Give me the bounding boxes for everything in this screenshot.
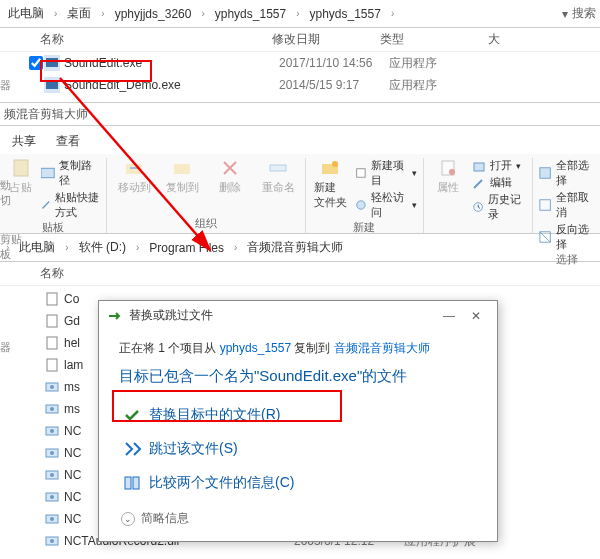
- chevron-right-icon: ›: [63, 242, 70, 253]
- rename-button: 重命名: [257, 158, 299, 216]
- chevron-right-icon: ›: [52, 8, 59, 19]
- ribbon-group-open: 属性 打开▾ 编辑 历史记录: [424, 158, 534, 233]
- bc-item[interactable]: 桌面: [63, 3, 95, 24]
- skip-option[interactable]: 跳过该文件(S): [119, 432, 477, 466]
- side-text: 勁切: [0, 178, 18, 208]
- bc-item[interactable]: 音频混音剪辑大师: [243, 237, 347, 258]
- newitem-icon: [355, 166, 367, 180]
- dll-icon: [44, 401, 60, 417]
- svg-rect-17: [540, 168, 550, 178]
- annotation-box: [40, 60, 152, 82]
- easyaccess-icon: [355, 198, 367, 212]
- copy-progress-text: 正在将 1 个项目从 yphyds_1557 复制到 音频混音剪辑大师: [119, 334, 477, 367]
- edit-button[interactable]: 编辑: [472, 175, 526, 190]
- new-small: 新建项目▾ 轻松访问▾: [355, 158, 417, 220]
- chevron-down-icon: ⌄: [121, 512, 135, 526]
- breadcrumb-top: 此电脑 › 桌面 › yphyjjds_3260 › yphyds_1557 ›…: [0, 0, 600, 28]
- file-icon: [44, 335, 60, 351]
- file-type: 应用程序: [389, 77, 437, 94]
- copy-path-button[interactable]: 复制路径: [41, 158, 100, 188]
- group-label: 贴板: [42, 220, 64, 237]
- paste-shortcut-button[interactable]: 粘贴快捷方式: [41, 190, 100, 220]
- chevron-right-icon: ›: [232, 242, 239, 253]
- selectall-icon: [539, 166, 551, 180]
- bc-item[interactable]: Program Files: [145, 239, 228, 257]
- select-all-button[interactable]: 全部选择: [539, 158, 594, 188]
- ribbon-group-select: 全部选择 全部取消 反向选择 选择: [533, 158, 600, 233]
- properties-button: 属性: [430, 158, 467, 233]
- svg-rect-40: [133, 477, 139, 489]
- copy-arrow-icon: [107, 308, 123, 324]
- chevron-right-icon: ›: [134, 242, 141, 253]
- bc-item[interactable]: yphyds_1557: [306, 5, 385, 23]
- ribbon-group-organize: 移动到 复制到 删除 重命名 组织: [107, 158, 306, 233]
- src-link[interactable]: yphyds_1557: [220, 341, 291, 355]
- file-icon: [44, 313, 60, 329]
- move-to-button: 移动到: [113, 158, 155, 216]
- ribbon-tabs: 共享 查看: [0, 126, 600, 154]
- select-small: 全部选择 全部取消 反向选择: [539, 158, 594, 252]
- new-item-button[interactable]: 新建项目▾: [355, 158, 417, 188]
- svg-point-32: [50, 473, 54, 477]
- invert-select-button[interactable]: 反向选择: [539, 222, 594, 252]
- col-type[interactable]: 类型: [380, 31, 488, 48]
- file-icon: [44, 291, 60, 307]
- file-date: 2017/11/10 14:56: [279, 56, 389, 70]
- svg-rect-39: [125, 477, 131, 489]
- group-label: 新建: [353, 220, 375, 237]
- ribbon: 占贴 复制路径 粘贴快捷方式 贴板 移动到 复制到 删除 重命名 组织 新建 文…: [0, 154, 600, 234]
- group-label: 组织: [195, 216, 217, 233]
- column-headers: 名称 修改日期 类型 大: [0, 28, 600, 52]
- dll-icon: [44, 489, 60, 505]
- svg-rect-11: [356, 169, 364, 177]
- chevron-down-icon: ▾: [562, 7, 568, 21]
- close-button[interactable]: ✕: [463, 309, 489, 323]
- col-name[interactable]: 名称: [40, 31, 272, 48]
- svg-rect-20: [47, 315, 57, 327]
- dst-link[interactable]: 音频混音剪辑大师: [334, 341, 430, 355]
- new-folder-button[interactable]: 新建 文件夹: [312, 158, 349, 220]
- dll-icon: [44, 379, 60, 395]
- compare-option[interactable]: 比较两个文件的信息(C): [119, 466, 477, 500]
- col-size[interactable]: 大: [488, 31, 500, 48]
- svg-point-26: [50, 407, 54, 411]
- skip-label: 跳过该文件(S): [149, 440, 238, 458]
- svg-point-14: [449, 169, 455, 175]
- svg-rect-21: [47, 337, 57, 349]
- copy-to-button: 复制到: [161, 158, 203, 216]
- properties-icon: [438, 158, 458, 178]
- select-none-button[interactable]: 全部取消: [539, 190, 594, 220]
- svg-point-24: [50, 385, 54, 389]
- search-box[interactable]: ▾ 搜索: [562, 5, 596, 22]
- file-type: 应用程序: [389, 55, 437, 72]
- bc-item[interactable]: yphyds_1557: [211, 5, 290, 23]
- chevron-right-icon: ›: [389, 8, 396, 19]
- chevron-right-icon: ›: [199, 8, 206, 19]
- history-icon: [472, 200, 484, 214]
- file-icon: [44, 357, 60, 373]
- minimize-button[interactable]: —: [435, 309, 463, 323]
- compare-icon: [123, 474, 141, 492]
- rename-icon: [268, 158, 288, 178]
- bc-item[interactable]: 软件 (D:): [75, 237, 130, 258]
- col-name[interactable]: 名称: [40, 265, 64, 282]
- easy-access-button[interactable]: 轻松访问▾: [355, 190, 417, 220]
- dll-icon: [44, 533, 60, 549]
- open-icon: [472, 159, 486, 173]
- side-text: 器: [0, 340, 18, 355]
- details-toggle[interactable]: ⌄ 简略信息: [119, 500, 477, 531]
- tab-share[interactable]: 共享: [12, 129, 36, 154]
- svg-point-36: [50, 517, 54, 521]
- history-button[interactable]: 历史记录: [472, 192, 526, 222]
- col-date[interactable]: 修改日期: [272, 31, 380, 48]
- bc-root[interactable]: 此电脑: [4, 3, 48, 24]
- open-button[interactable]: 打开▾: [472, 158, 526, 173]
- new-folder-icon: [320, 158, 340, 178]
- bc-item[interactable]: yphyjjds_3260: [111, 5, 196, 23]
- edit-icon: [472, 176, 486, 190]
- svg-rect-18: [540, 200, 550, 210]
- open-small: 打开▾ 编辑 历史记录: [472, 158, 526, 233]
- chevron-right-icon: ›: [294, 8, 301, 19]
- svg-point-38: [50, 539, 54, 543]
- tab-view[interactable]: 查看: [56, 129, 80, 154]
